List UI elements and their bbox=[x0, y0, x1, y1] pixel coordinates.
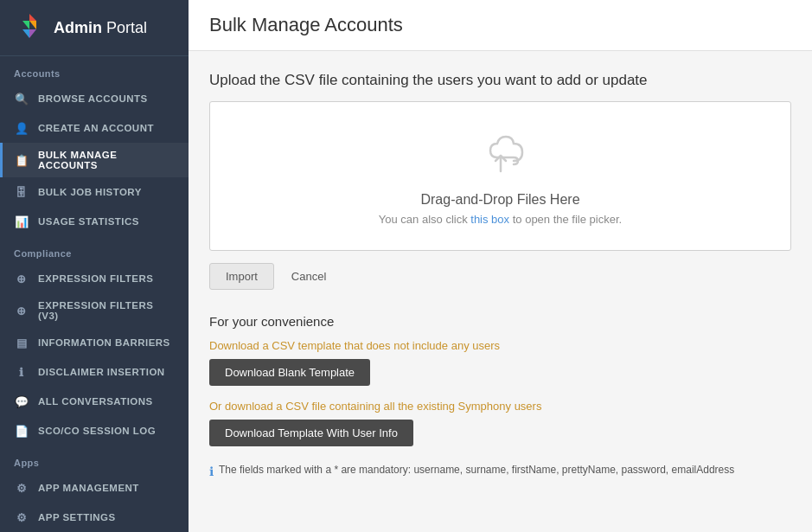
session-log-icon: 📄 bbox=[14, 423, 29, 439]
drop-zone[interactable]: Drag-and-Drop Files Here You can also cl… bbox=[209, 101, 791, 251]
upload-label: Upload the CSV file containing the users… bbox=[209, 72, 791, 89]
accounts-section-label: Accounts bbox=[0, 56, 189, 84]
blank-template-desc: Download a CSV template that does not in… bbox=[209, 339, 791, 352]
mandatory-note-text: The fields marked with a * are mandatory… bbox=[219, 464, 734, 476]
logo-text: Admin Portal bbox=[54, 19, 147, 37]
sidebar-item-label: ALL CONVERSATIONS bbox=[38, 396, 153, 407]
apps-section-label: Apps bbox=[0, 445, 189, 473]
user-icon: 👤 bbox=[14, 120, 29, 136]
barriers-icon: ▤ bbox=[14, 335, 29, 350]
sidebar-item-label: EXPRESSION FILTERS (V3) bbox=[38, 300, 175, 321]
sidebar-item-label: USAGE STATISTICS bbox=[38, 216, 139, 227]
sidebar-item-label: BROWSE ACCOUNTS bbox=[38, 93, 148, 104]
cancel-button[interactable]: Cancel bbox=[283, 263, 335, 290]
sidebar-item-label: CREATE AN ACCOUNT bbox=[38, 123, 154, 133]
search-icon: 🔍 bbox=[14, 91, 29, 106]
drop-sub-suffix: to open the file picker. bbox=[509, 213, 622, 226]
download-blank-template-button[interactable]: Download Blank Template bbox=[209, 359, 370, 386]
sidebar-item-app-settings[interactable]: ⚙ APP SETTINGS bbox=[0, 503, 189, 532]
svg-marker-1 bbox=[29, 21, 36, 29]
user-info-desc: Or download a CSV file containing all th… bbox=[209, 400, 791, 413]
app-settings-icon: ⚙ bbox=[14, 510, 29, 525]
filter-icon: ⊕ bbox=[14, 271, 29, 286]
page-content: Upload the CSV file containing the users… bbox=[189, 51, 812, 532]
app-logo-icon bbox=[14, 12, 45, 43]
drop-zone-subtitle: You can also click this box to open the … bbox=[379, 213, 622, 226]
list-icon: 📋 bbox=[14, 152, 29, 168]
svg-marker-0 bbox=[29, 14, 36, 21]
page-header: Bulk Manage Accounts bbox=[189, 0, 812, 51]
filter-v3-icon: ⊕ bbox=[14, 303, 29, 318]
sidebar-item-label: BULK JOB HISTORY bbox=[38, 187, 142, 197]
drop-zone-title: Drag-and-Drop Files Here bbox=[420, 192, 579, 208]
action-buttons: Import Cancel bbox=[209, 263, 791, 290]
import-button[interactable]: Import bbox=[209, 263, 274, 290]
chart-icon: 📊 bbox=[14, 214, 29, 229]
main-content: Bulk Manage Accounts Upload the CSV file… bbox=[189, 0, 812, 532]
sidebar-logo: Admin Portal bbox=[0, 0, 189, 56]
sidebar-item-label: INFORMATION BARRIERS bbox=[38, 337, 170, 348]
compliance-section-label: Compliance bbox=[0, 236, 189, 264]
sidebar-item-label: APP SETTINGS bbox=[38, 512, 116, 522]
sidebar-item-label: BULK MANAGE ACCOUNTS bbox=[38, 150, 175, 170]
archive-icon: 🗄 bbox=[14, 184, 29, 200]
logo-brand: Admin bbox=[54, 19, 102, 36]
sidebar-item-sco-co-session-log[interactable]: 📄 SCO/CO SESSION LOG bbox=[0, 416, 189, 445]
logo-portal: Portal bbox=[106, 19, 147, 36]
sidebar-item-browse-accounts[interactable]: 🔍 BROWSE ACCOUNTS bbox=[0, 84, 189, 113]
sidebar: Admin Portal Accounts 🔍 BROWSE ACCOUNTS … bbox=[0, 0, 189, 532]
sidebar-item-label: APP MANAGEMENT bbox=[38, 483, 139, 493]
convenience-title: For your convenience bbox=[209, 314, 791, 329]
convenience-section: For your convenience Download a CSV temp… bbox=[209, 314, 791, 478]
sidebar-item-expression-filters-v3[interactable]: ⊕ EXPRESSION FILTERS (V3) bbox=[0, 293, 189, 328]
sidebar-item-usage-statistics[interactable]: 📊 USAGE STATISTICS bbox=[0, 207, 189, 236]
svg-marker-4 bbox=[29, 29, 36, 38]
page-title: Bulk Manage Accounts bbox=[209, 14, 791, 36]
download-template-with-user-info-button[interactable]: Download Template With User Info bbox=[209, 420, 413, 446]
info-icon: ℹ bbox=[209, 465, 214, 478]
disclaimer-icon: ℹ bbox=[14, 364, 29, 380]
sidebar-item-create-account[interactable]: 👤 CREATE AN ACCOUNT bbox=[0, 113, 189, 143]
sidebar-item-disclaimer-insertion[interactable]: ℹ DISCLAIMER INSERTION bbox=[0, 357, 189, 387]
sidebar-item-label: SCO/CO SESSION LOG bbox=[38, 426, 156, 436]
app-management-icon: ⚙ bbox=[14, 480, 29, 496]
sidebar-item-all-conversations[interactable]: 💬 ALL CONVERSATIONS bbox=[0, 387, 189, 416]
conversations-icon: 💬 bbox=[14, 394, 29, 409]
svg-marker-3 bbox=[22, 29, 29, 38]
sidebar-item-label: DISCLAIMER INSERTION bbox=[38, 367, 165, 377]
sidebar-item-expression-filters[interactable]: ⊕ EXPRESSION FILTERS bbox=[0, 264, 189, 293]
mandatory-note: ℹ The fields marked with a * are mandato… bbox=[209, 464, 791, 478]
drop-zone-link[interactable]: this box bbox=[470, 213, 509, 226]
sidebar-item-bulk-manage[interactable]: 📋 BULK MANAGE ACCOUNTS bbox=[0, 143, 189, 177]
sidebar-item-information-barriers[interactable]: ▤ INFORMATION BARRIERS bbox=[0, 328, 189, 357]
svg-marker-2 bbox=[22, 21, 29, 29]
sidebar-item-label: EXPRESSION FILTERS bbox=[38, 273, 153, 284]
drop-sub-prefix: You can also click bbox=[379, 213, 470, 226]
cloud-upload-icon bbox=[475, 133, 527, 183]
sidebar-item-bulk-job-history[interactable]: 🗄 BULK JOB HISTORY bbox=[0, 177, 189, 207]
sidebar-item-app-management[interactable]: ⚙ APP MANAGEMENT bbox=[0, 473, 189, 503]
